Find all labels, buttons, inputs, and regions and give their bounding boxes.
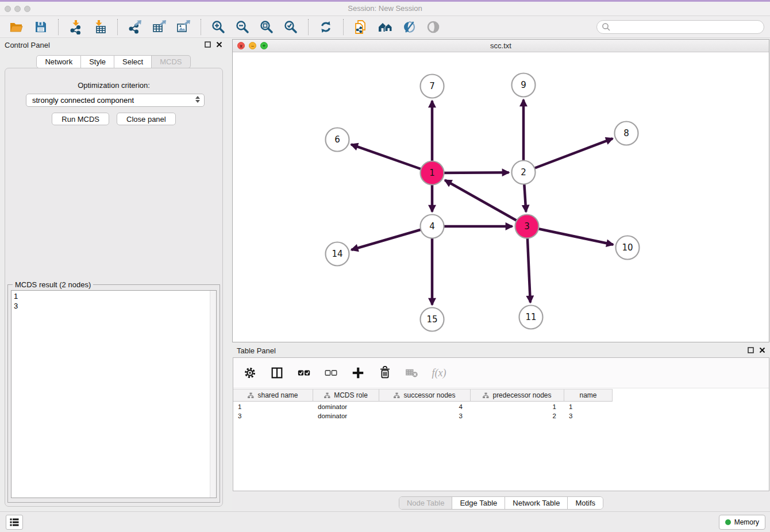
duplicate-network-icon[interactable] <box>353 20 368 34</box>
toolbar-separator <box>58 19 59 35</box>
list-icon <box>9 516 20 528</box>
graph-node-15[interactable]: 15 <box>421 308 444 331</box>
cell-predecessor-nodes[interactable]: 2 <box>471 411 564 421</box>
cell-mcds-role[interactable]: dominator <box>313 402 379 411</box>
float-panel-icon[interactable] <box>205 41 211 48</box>
zoom-selected-icon[interactable] <box>283 20 298 34</box>
zoom-in-icon[interactable] <box>211 20 226 34</box>
save-session-icon[interactable] <box>33 20 48 34</box>
memory-status-icon <box>725 519 731 525</box>
column-type-icon <box>324 392 330 399</box>
graph-node-3[interactable]: 3 <box>515 215 539 238</box>
add-column-icon[interactable] <box>351 365 365 380</box>
graph-node-11[interactable]: 11 <box>519 306 543 329</box>
criterion-select[interactable]: strongly connected component <box>26 94 205 107</box>
open-session-icon[interactable] <box>9 20 24 34</box>
node-table-container: f(x) shared nameMCDS rolesuccessor nodes… <box>233 357 769 491</box>
chevron-updown-icon <box>195 96 200 103</box>
mcds-result-group: MCDS result (2 nodes) 1 3 <box>7 284 220 503</box>
svg-text:2: 2 <box>521 167 526 178</box>
column-header-name[interactable]: name <box>564 389 613 402</box>
zoom-fit-icon[interactable] <box>259 20 274 34</box>
cell-name[interactable]: 3 <box>564 411 613 421</box>
tab-motifs[interactable]: Motifs <box>567 497 603 509</box>
export-image-icon[interactable] <box>176 20 191 34</box>
tab-edge-table[interactable]: Edge Table <box>452 497 505 509</box>
column-header-predecessor-nodes[interactable]: predecessor nodes <box>471 389 564 402</box>
svg-text:14: 14 <box>332 249 342 259</box>
column-header-shared-name[interactable]: shared name <box>233 389 313 402</box>
cell-successor-nodes[interactable]: 3 <box>379 411 471 421</box>
cell-name[interactable]: 1 <box>564 402 613 411</box>
network-window-title: scc.txt <box>233 41 769 50</box>
style-toggle-icon[interactable] <box>402 20 417 34</box>
deselect-all-columns-icon[interactable] <box>324 365 338 380</box>
table-header-row: shared nameMCDS rolesuccessor nodesprede… <box>233 389 613 402</box>
mcds-result-title: MCDS result (2 nodes) <box>13 280 93 289</box>
graph-node-8[interactable]: 8 <box>615 122 638 145</box>
table-settings-icon[interactable] <box>242 365 257 380</box>
graph-node-2[interactable]: 2 <box>512 161 536 184</box>
result-scrollbar[interactable] <box>210 291 216 498</box>
graph-node-6[interactable]: 6 <box>326 128 349 152</box>
graph-node-1[interactable]: 1 <box>421 161 444 185</box>
import-network-icon[interactable] <box>68 20 83 34</box>
column-header-successor-nodes[interactable]: successor nodes <box>379 389 471 402</box>
graph-node-4[interactable]: 4 <box>421 215 444 238</box>
close-panel-button[interactable]: Close panel <box>117 113 176 125</box>
mcds-result-text[interactable]: 1 3 <box>11 290 217 498</box>
column-header-mcds-role[interactable]: MCDS role <box>313 389 379 402</box>
graph-edge-1-6[interactable] <box>351 144 432 173</box>
memory-button[interactable]: Memory <box>719 515 765 530</box>
tab-network[interactable]: Network <box>36 55 81 68</box>
column-layout-icon[interactable] <box>270 365 284 380</box>
tab-select[interactable]: Select <box>114 55 152 68</box>
control-panel-header: Control Panel <box>0 38 227 53</box>
search-input[interactable] <box>611 23 755 31</box>
delete-column-icon[interactable] <box>378 365 392 380</box>
cell-predecessor-nodes[interactable]: 1 <box>471 402 564 411</box>
column-type-icon <box>248 392 254 399</box>
table-row[interactable]: 1dominator411 <box>233 402 613 411</box>
cell-shared-name[interactable]: 1 <box>233 402 313 411</box>
tab-style[interactable]: Style <box>81 55 114 68</box>
float-table-panel-icon[interactable] <box>748 347 754 353</box>
run-mcds-button[interactable]: Run MCDS <box>52 113 109 125</box>
cell-mcds-role[interactable]: dominator <box>313 411 379 421</box>
svg-text:15: 15 <box>426 314 437 325</box>
table-row[interactable]: 3dominator323 <box>233 411 613 421</box>
cell-shared-name[interactable]: 3 <box>233 411 313 421</box>
graph-edge-2-8[interactable] <box>523 138 613 172</box>
toolbar-separator <box>343 19 344 35</box>
task-history-button[interactable] <box>6 515 23 530</box>
select-all-columns-icon[interactable] <box>297 365 311 380</box>
graph-node-10[interactable]: 10 <box>616 236 640 260</box>
graph-node-14[interactable]: 14 <box>326 242 349 266</box>
column-type-icon <box>394 392 400 399</box>
tab-mcds[interactable]: MCDS <box>152 55 190 68</box>
network-canvas[interactable]: 7968124314101511 <box>233 53 768 341</box>
tab-node-table[interactable]: Node Table <box>399 497 452 509</box>
first-neighbors-icon[interactable] <box>378 20 392 34</box>
close-table-panel-icon[interactable] <box>759 347 765 353</box>
close-panel-icon[interactable] <box>216 41 222 48</box>
column-header-label: shared name <box>257 391 298 399</box>
svg-text:11: 11 <box>525 312 536 322</box>
search-field[interactable] <box>596 20 764 34</box>
export-table-icon[interactable] <box>152 20 167 34</box>
import-table-icon[interactable] <box>93 20 107 34</box>
hide-panel-icon[interactable] <box>426 20 441 34</box>
graph-edge-3-10[interactable] <box>527 226 613 245</box>
apply-layout-icon[interactable] <box>318 20 333 34</box>
cell-successor-nodes[interactable]: 4 <box>379 402 471 411</box>
graph-node-7[interactable]: 7 <box>421 75 444 98</box>
export-network-icon[interactable] <box>128 20 143 34</box>
zoom-out-icon[interactable] <box>235 20 250 34</box>
toolbar-separator <box>201 19 201 35</box>
table-toolbar: f(x) <box>233 358 769 388</box>
graph-edge-3-1[interactable] <box>445 180 527 226</box>
toolbar-separator <box>308 19 309 35</box>
graph-node-9[interactable]: 9 <box>512 74 536 97</box>
graph-edge-4-14[interactable] <box>351 226 432 250</box>
tab-network-table[interactable]: Network Table <box>505 497 567 509</box>
